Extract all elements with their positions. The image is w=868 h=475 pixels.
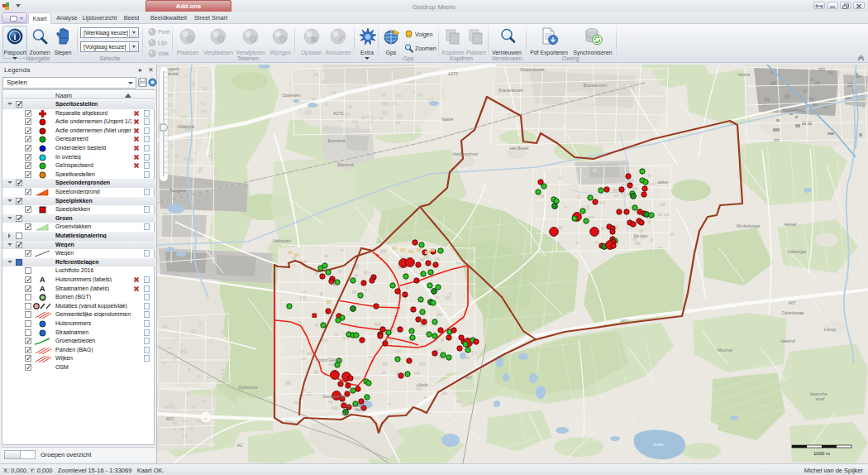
svg-text:Genoenhuis: Genoenhuis (322, 394, 346, 399)
svg-text:Urkhoven: Urkhoven (273, 238, 291, 243)
svg-text:Vaarle: Vaarle (441, 117, 454, 122)
svg-text:Heiderschoor: Heiderschoor (453, 151, 479, 156)
svg-text:Eeneind: Eeneind (337, 162, 353, 167)
svg-text:Noord Geldrol: Noord Geldrol (316, 357, 342, 362)
svg-text:A67: A67 (465, 375, 472, 380)
svg-text:i: i (14, 32, 17, 41)
svg-text:A270: A270 (448, 71, 458, 76)
svg-text:Gijzenrooi: Gijzenrooi (238, 385, 257, 390)
svg-text:1000 m: 1000 m (813, 451, 830, 456)
svg-text:Geberigte: Geberigte (788, 249, 807, 254)
svg-text:Vliet: Vliet (330, 281, 339, 286)
svg-text:Oelenbraak: Oelenbraak (782, 310, 804, 315)
svg-text:Strabr.: Strabr. (653, 443, 664, 447)
svg-text:Heieind: Heieind (780, 338, 795, 343)
svg-text:A67: A67 (620, 319, 627, 324)
svg-text:Het Broek: Het Broek (509, 146, 528, 151)
svg-text:Winkelstraat: Winkelstraat (737, 223, 761, 228)
svg-text:De Loo: De Loo (634, 233, 648, 238)
svg-text:Moorsel: Moorsel (718, 348, 732, 353)
svg-text:Hersel: Hersel (785, 222, 797, 227)
svg-text:Diepenbroek: Diepenbroek (520, 67, 545, 72)
svg-text:Eemeind: Eemeind (328, 138, 346, 143)
svg-text:Brandevoort: Brandevoort (584, 83, 608, 88)
svg-text:A270: A270 (333, 111, 343, 116)
svg-text:Hoeve: Hoeve (738, 72, 751, 77)
svg-text:Villabrink: Villabrink (178, 124, 195, 129)
svg-text:Opwetten: Opwetten (282, 93, 300, 98)
svg-text:Lierop: Lierop (824, 327, 837, 332)
svg-text:Hout: Hout (419, 382, 429, 387)
svg-text:A67: A67 (341, 412, 349, 417)
svg-text:Kranenbroek: Kranenbroek (498, 88, 523, 93)
svg-text:...akker: ...akker (654, 180, 668, 185)
svg-text:A2: A2 (237, 443, 242, 448)
svg-text:Hoef: Hoef (816, 396, 826, 401)
svg-text:A67: A67 (788, 300, 795, 305)
svg-text:Man: Man (355, 407, 363, 412)
svg-text:Kasteelweg: Kasteelweg (783, 108, 805, 113)
svg-text:Tongelre: Tongelre (169, 188, 186, 193)
svg-text:A67: A67 (165, 416, 173, 421)
